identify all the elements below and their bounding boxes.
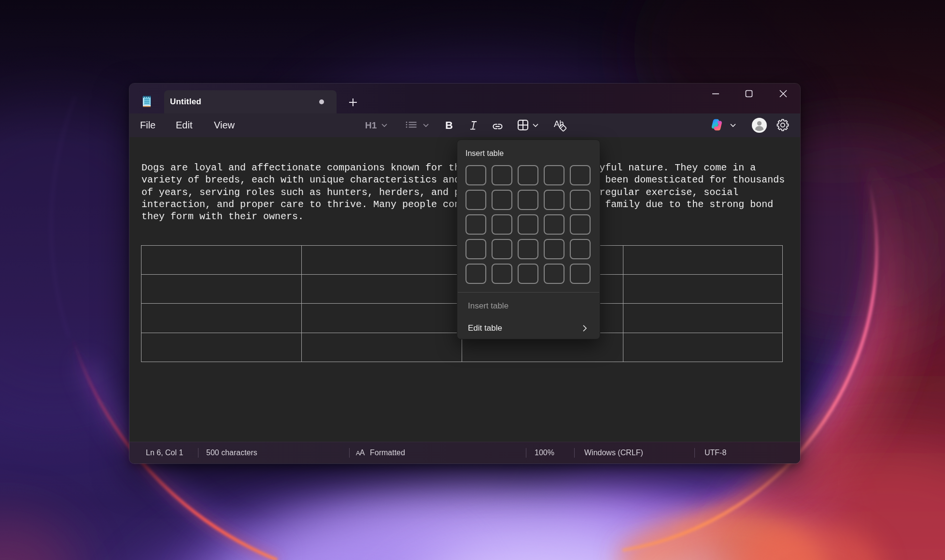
svg-text:A: A bbox=[554, 119, 560, 129]
